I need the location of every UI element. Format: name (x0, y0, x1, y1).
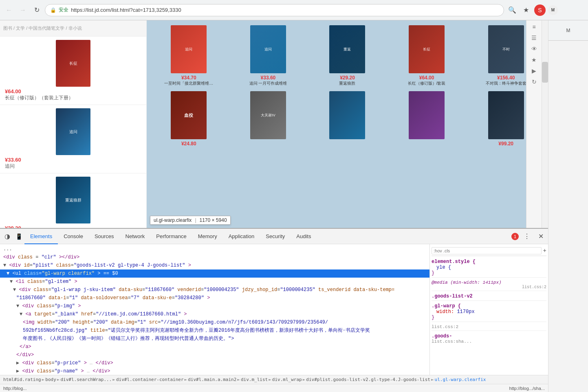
devtools-device-btn[interactable]: 📱 (13, 231, 24, 242)
grid-item[interactable]: 长征 ¥64.00 长红（修订版）/套装 (388, 24, 466, 88)
book-img: 追问 (250, 25, 286, 73)
grid-item[interactable]: 大关谢IV (229, 90, 307, 148)
book-cover-2: 追问 (56, 108, 90, 155)
style-rule: element.style { yle { } (432, 258, 546, 278)
bookmark-icon[interactable]: ★ (520, 4, 532, 16)
tab-sources[interactable]: Sources (89, 229, 120, 244)
browser-icon-6[interactable]: ↻ (529, 77, 539, 87)
style-property: yle { (432, 265, 546, 270)
grid-row-1: 追问 ¥34.70 一至时间「接北群聚维维… 追问 ¥33.60 追问 一月可作… (150, 24, 545, 88)
grid-item[interactable]: 血役 ¥24.80 (150, 90, 228, 148)
tooltip-overlay: ul.gl-warp.clearfix | 1170 × 5940 (150, 216, 231, 225)
right-btn-1[interactable]: M (564, 26, 573, 35)
dom-line[interactable]: 年度图书，《人民日报》《第一时间》《错锚三人行》推荐，再现转型时代普通人带血的历… (0, 335, 429, 343)
back-button[interactable]: ← (3, 4, 15, 16)
grid-item[interactable] (388, 90, 466, 148)
dom-line[interactable]: ▼ <li class="gl-item" > (0, 278, 429, 286)
dom-line[interactable]: <div class = "clr" ></div> (0, 253, 429, 261)
style-selector-last: .goods- (432, 333, 546, 339)
tab-security[interactable]: Security (260, 229, 291, 244)
product-price-3: ¥29.20 (5, 225, 141, 228)
right-sidebar: M (548, 20, 588, 392)
ext-btn-1[interactable]: M (548, 5, 558, 15)
book-img (409, 91, 445, 139)
style-source3: list.css:sha... (432, 339, 546, 344)
breadcrumb-item[interactable]: body (45, 377, 56, 382)
list-item: 追问 ¥33.60 追问 (0, 105, 146, 173)
breadcrumb-item[interactable]: div#l.container-container (116, 377, 184, 382)
forward-button[interactable]: → (17, 4, 29, 16)
dom-line[interactable]: </div> (0, 351, 429, 359)
styles-filter-input[interactable] (432, 247, 542, 254)
tab-memory[interactable]: Memory (192, 229, 223, 244)
dom-breadcrumb: html#id.rating ► body ► div#l.searchWrap… (0, 375, 548, 384)
tab-network[interactable]: Network (120, 229, 151, 244)
breadcrumb-item[interactable]: div#plist.goods-list-v2.gl-type-4.J-good… (306, 377, 430, 382)
book-img (488, 91, 524, 139)
page-scrollbar[interactable] (542, 20, 548, 228)
close-devtools-btn[interactable]: ✕ (535, 231, 546, 242)
tab-elements[interactable]: Elements (24, 229, 58, 244)
browser-icon-2[interactable]: ☰ (529, 33, 539, 43)
right-sidebar-content (548, 41, 588, 392)
browser-chrome: ← → ↻ 🔒 安全 https://list.jd.com/list.html… (0, 0, 588, 20)
dom-line[interactable]: "11867660" data-i="1" data-soldoversea="… (0, 294, 429, 302)
secure-label: 安全 (59, 7, 68, 13)
jd-page: 图书 / 文学 / 中国当代随笔文学 / 非小说 长征 ¥64.00 长征（修订… (0, 20, 548, 228)
grid-row-2: 血役 ¥24.80 大关谢IV ¥99.20 (150, 90, 545, 148)
browser-icon-1[interactable]: ≡ (529, 22, 539, 32)
product-name-2: 追问 (5, 163, 141, 170)
extension-icon[interactable]: S (534, 4, 546, 16)
breadcrumb-item[interactable]: div#l.main.a.main2 (188, 377, 236, 382)
grid-item[interactable]: 追问 ¥33.60 追问 一月可作成维维 (229, 24, 307, 88)
dom-line[interactable]: ▼ <div id="plist" class="goods-list-v2 g… (0, 261, 429, 269)
dom-line[interactable]: <img width="200" height="200" data-img="… (0, 318, 429, 326)
book-img: 血役 (171, 91, 207, 139)
item-price: ¥33.60 (231, 75, 306, 81)
more-options-btn[interactable]: ⋮ (521, 231, 533, 242)
dom-line[interactable]: </a> (0, 343, 429, 351)
tab-application[interactable]: Application (223, 229, 260, 244)
browser-icon-3[interactable]: 👁 (529, 44, 539, 54)
tab-console[interactable]: Console (58, 229, 89, 244)
style-rule-media: @media (min-width: 1411px) list.css:2 (432, 279, 546, 291)
tab-audits[interactable]: Audits (291, 229, 317, 244)
browser-icon-4[interactable]: ★ (529, 55, 539, 65)
dom-line[interactable]: ▶ <div class="p-price" > … </div> (0, 359, 429, 367)
product-price-1: ¥64.00 (5, 88, 141, 94)
dom-line[interactable]: ▼ <a target="_blank" href="//item.jd.com… (0, 310, 429, 318)
devtools-actions: 1 ⋮ ✕ (511, 231, 546, 242)
browser-right-panel: ≡ ☰ 👁 ★ ▶ ↻ (526, 20, 542, 228)
dom-line-img-src[interactable]: 592bf165Nb6fc28cd.jpg" title="诺贝尔文学奖得主阿列… (0, 326, 429, 335)
dom-line[interactable]: ▼ <div class="gl-i-wrap j-sku-item" data… (0, 286, 429, 294)
breadcrumb-item[interactable]: div.ml_wrap (272, 377, 302, 382)
add-style-icon[interactable]: + (543, 247, 546, 254)
status-url: http://blog... (3, 386, 26, 391)
breadcrumb-item[interactable]: html#id.rating (3, 377, 41, 382)
style-rule-glwarp: .gl-warp { width: 1170px } (432, 302, 546, 322)
breadcrumb-current[interactable]: ul.gl-warp.clearfix (435, 377, 486, 382)
dom-line[interactable]: ... (0, 245, 429, 253)
grid-item[interactable]: 追问 ¥34.70 一至时间「接北群聚维维… (150, 24, 228, 88)
reload-button[interactable]: ↻ (31, 4, 42, 16)
dom-line[interactable]: ▶ <div class="p-name" > … </div> (0, 367, 429, 375)
extensions-area: M (548, 5, 585, 15)
grid-item[interactable] (308, 90, 386, 148)
grid-item[interactable]: 重返 ¥29.20 重返狼胜 (308, 24, 386, 88)
book-img: 长征 (409, 25, 445, 73)
dom-line[interactable]: ▼ <div class="p-img" > (0, 302, 429, 310)
item-desc: 重返狼胜 (310, 81, 385, 86)
browser-icon-5[interactable]: ▶ (529, 66, 539, 76)
book-img: 重返 (329, 25, 365, 73)
breadcrumb-sep: ► (185, 377, 187, 382)
tooltip-selector: ul.gl-warp.clearfix (154, 217, 192, 223)
search-icon[interactable]: 🔍 (507, 4, 518, 16)
dom-line-selected[interactable]: ▼ <ul class="gl-warp clearfix" > == $0 (0, 269, 429, 278)
breadcrumb-item[interactable]: div.m_list (241, 377, 268, 382)
devtools-inspect-btn[interactable]: ◑ (2, 231, 13, 242)
tab-performance[interactable]: Performance (150, 229, 192, 244)
breadcrumb-item[interactable]: div#l.searchWrap... (60, 377, 112, 382)
style-rule-goodssha: .goods- list.css:sha... (432, 332, 546, 345)
media-query: @media (min-width: 1411px) (432, 280, 546, 285)
address-bar[interactable]: 🔒 安全 https://list.jd.com/list.html?cat=1… (45, 4, 504, 16)
